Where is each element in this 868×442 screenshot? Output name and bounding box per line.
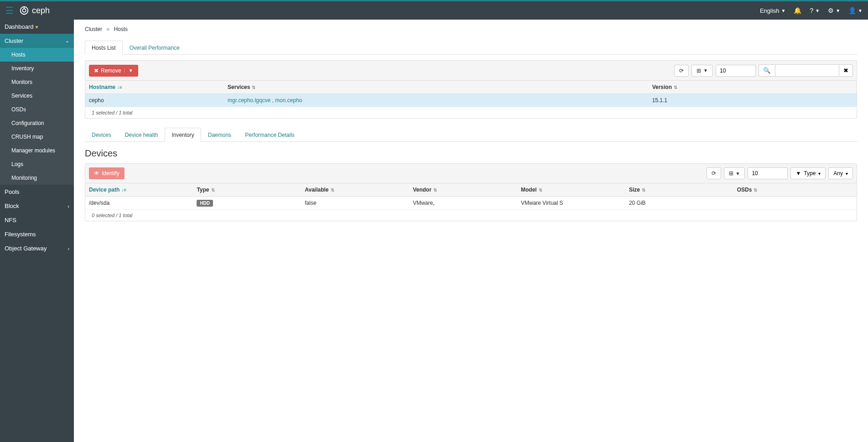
cell-hostname: cepho — [85, 94, 224, 107]
tab-performance-details[interactable]: Performance Details — [238, 128, 301, 142]
caret-down-icon: ▼ — [736, 171, 740, 176]
col-type[interactable]: Type⇅ — [193, 183, 301, 197]
sidebar-item-configuration[interactable]: Configuration — [0, 116, 74, 130]
breadcrumb-hosts: Hosts — [114, 26, 128, 32]
page-size-input[interactable] — [716, 65, 756, 77]
sidebar: Dashboard ♥ Cluster ⌄ Hosts Inventory Mo… — [0, 20, 74, 442]
cell-version: 15.1.1 — [649, 94, 857, 107]
cell-services: mgr.cepho.lgqcve , mon.cepho — [224, 94, 649, 107]
notifications-button[interactable]: 🔔 — [794, 7, 801, 14]
sidebar-item-cluster[interactable]: Cluster ⌄ — [0, 34, 74, 48]
sidebar-item-monitors[interactable]: Monitors — [0, 75, 74, 89]
col-available[interactable]: Available⇅ — [301, 183, 409, 197]
header-label: Device path — [89, 187, 120, 193]
sidebar-item-filesystems[interactable]: Filesystems — [0, 227, 74, 241]
clear-search-button[interactable]: ✖ — [839, 64, 853, 77]
filter-type-button[interactable]: ▼ Type ▾ — [790, 167, 826, 179]
brand-logo[interactable]: ceph — [19, 5, 50, 16]
refresh-icon: ⟳ — [679, 68, 684, 74]
sidebar-item-block[interactable]: Block › — [0, 199, 74, 213]
times-icon: ✖ — [94, 68, 99, 74]
sidebar-item-dashboard[interactable]: Dashboard ♥ — [0, 20, 74, 34]
caret-down-icon: ▼ — [836, 8, 840, 13]
columns-button[interactable]: ⊞ ▼ — [724, 167, 745, 179]
page-size-input[interactable] — [748, 167, 788, 179]
refresh-button[interactable]: ⟳ — [674, 65, 689, 77]
col-hostname[interactable]: Hostname↓≡ — [85, 81, 224, 94]
sidebar-label: NFS — [5, 217, 16, 224]
sidebar-label: Monitoring — [11, 175, 37, 181]
search-button[interactable]: 🔍 — [759, 64, 775, 77]
sidebar-item-services[interactable]: Services — [0, 89, 74, 103]
user-menu-button[interactable]: 👤 ▼ — [848, 7, 863, 14]
breadcrumb: Cluster » Hosts — [85, 26, 857, 32]
devices-table-footer: 0 selected / 1 total — [85, 210, 857, 221]
header-label: Model — [521, 187, 537, 193]
tab-device-health[interactable]: Device health — [118, 128, 165, 142]
filter-any-button[interactable]: Any ▾ — [828, 167, 853, 179]
chevron-right-icon: › — [68, 203, 69, 209]
tab-inventory[interactable]: Inventory — [165, 128, 201, 142]
search-input[interactable] — [775, 64, 839, 77]
tab-devices[interactable]: Devices — [85, 128, 118, 142]
search-group: 🔍 ✖ — [759, 64, 853, 77]
ceph-logo-icon — [19, 5, 29, 16]
filter-type-label: Type — [804, 170, 816, 177]
services-link[interactable]: mgr.cepho.lgqcve , mon.cepho — [228, 97, 302, 104]
brand-text: ceph — [32, 6, 50, 16]
col-version[interactable]: Version⇅ — [649, 81, 857, 94]
main-content: Cluster » Hosts Hosts List Overall Perfo… — [74, 20, 868, 442]
col-osds[interactable]: OSDs⇅ — [733, 183, 857, 197]
remove-label: Remove — [101, 68, 121, 74]
sidebar-item-hosts[interactable]: Hosts — [0, 48, 74, 62]
sidebar-label: CRUSH map — [11, 134, 43, 140]
filter-any-label: Any — [833, 170, 843, 177]
col-services[interactable]: Services⇅ — [224, 81, 649, 94]
chevron-right-icon: › — [68, 246, 69, 251]
sidebar-item-inventory[interactable]: Inventory — [0, 62, 74, 75]
sidebar-label: Monitors — [11, 79, 32, 85]
caret-down-icon: ▼ — [781, 8, 786, 13]
settings-button[interactable]: ⚙ ▼ — [828, 7, 840, 14]
col-model[interactable]: Model⇅ — [517, 183, 625, 197]
sidebar-label: Services — [11, 93, 32, 99]
breadcrumb-separator: » — [106, 26, 109, 32]
sidebar-item-nfs[interactable]: NFS — [0, 213, 74, 227]
sidebar-item-crush-map[interactable]: CRUSH map — [0, 130, 74, 144]
col-vendor[interactable]: Vendor⇅ — [409, 183, 517, 197]
refresh-button[interactable]: ⟳ — [707, 167, 721, 179]
sidebar-cluster-submenu: Hosts Inventory Monitors Services OSDs C… — [0, 48, 74, 185]
sidebar-item-monitoring[interactable]: Monitoring — [0, 171, 74, 185]
tab-overall-performance[interactable]: Overall Performance — [123, 41, 187, 55]
breadcrumb-cluster[interactable]: Cluster — [85, 26, 102, 32]
identify-button[interactable]: 👁 Identify — [89, 167, 125, 179]
table-row[interactable]: cepho mgr.cepho.lgqcve , mon.cepho 15.1.… — [85, 94, 857, 107]
sidebar-item-object-gateway[interactable]: Object Gateway › — [0, 241, 74, 255]
col-size[interactable]: Size⇅ — [625, 183, 733, 197]
remove-button[interactable]: ✖ Remove ▼ — [89, 65, 138, 77]
sidebar-label: Manager modules — [11, 147, 55, 154]
devices-table: Device path↓≡ Type⇅ Available⇅ Vendor⇅ M… — [85, 183, 857, 210]
language-selector[interactable]: English ▼ — [760, 7, 786, 14]
sidebar-item-manager-modules[interactable]: Manager modules — [0, 144, 74, 157]
help-icon: ? — [810, 7, 813, 14]
sidebar-item-logs[interactable]: Logs — [0, 157, 74, 171]
sidebar-item-pools[interactable]: Pools — [0, 185, 74, 199]
sort-icon: ⇅ — [211, 187, 215, 192]
col-device-path[interactable]: Device path↓≡ — [85, 183, 193, 197]
sidebar-label: Hosts — [11, 52, 26, 58]
tab-daemons[interactable]: Daemons — [201, 128, 238, 142]
filter-icon: ▼ — [795, 170, 801, 177]
devices-toolbar: 👁 Identify ⟳ ⊞ ▼ ▼ Type ▾ Any ▾ — [85, 163, 857, 183]
help-button[interactable]: ? ▼ — [810, 7, 820, 14]
main-tabs: Hosts List Overall Performance — [85, 41, 857, 55]
sidebar-label: Inventory — [11, 65, 34, 72]
cell-vendor: VMware, — [409, 197, 517, 210]
sidebar-item-osds[interactable]: OSDs — [0, 103, 74, 116]
gear-icon: ⚙ — [828, 7, 834, 14]
caret-down-icon: ▼ — [858, 8, 863, 13]
columns-button[interactable]: ⊞ ▼ — [691, 65, 713, 77]
tab-hosts-list[interactable]: Hosts List — [85, 41, 123, 55]
menu-toggle-icon[interactable]: ☰ — [5, 5, 14, 16]
table-row[interactable]: /dev/sda HDD false VMware, VMware Virtua… — [85, 197, 857, 210]
